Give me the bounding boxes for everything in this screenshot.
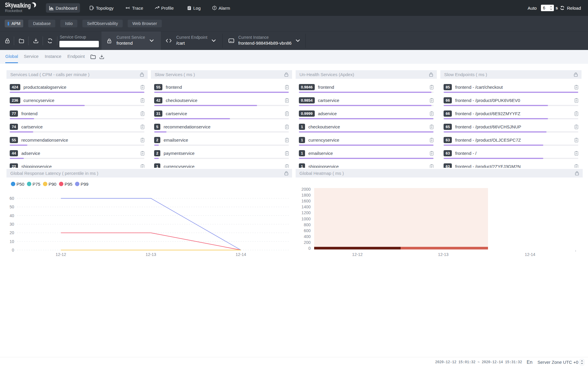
svg-text:1400: 1400 (302, 205, 311, 209)
svg-text:12-14: 12-14 (236, 252, 246, 257)
svg-text:20: 20 (9, 230, 14, 235)
svg-text:1800: 1800 (302, 193, 311, 197)
svg-text:40: 40 (9, 213, 14, 218)
svg-text:P75: P75 (33, 182, 41, 187)
svg-text:1600: 1600 (302, 199, 311, 203)
svg-text:0: 0 (12, 248, 14, 252)
svg-text:1200: 1200 (302, 210, 311, 215)
svg-text:12-14: 12-14 (525, 252, 535, 257)
svg-text:P90: P90 (49, 182, 56, 187)
svg-text:12-12: 12-12 (352, 252, 363, 257)
svg-text:60: 60 (9, 196, 14, 201)
svg-text:P95: P95 (65, 182, 73, 187)
svg-text:1000: 1000 (302, 217, 311, 221)
svg-text:200: 200 (304, 240, 311, 245)
svg-text:12-13: 12-13 (146, 252, 156, 257)
svg-text:600: 600 (304, 228, 311, 233)
svg-text:2000: 2000 (302, 187, 311, 192)
svg-text:12-13: 12-13 (438, 252, 449, 257)
svg-text:P99: P99 (81, 182, 89, 187)
svg-text:400: 400 (304, 234, 311, 239)
svg-text:P50: P50 (16, 182, 24, 187)
svg-text:0: 0 (308, 246, 311, 251)
svg-text:10: 10 (9, 239, 14, 244)
svg-text:800: 800 (304, 222, 311, 227)
svg-text:30: 30 (9, 222, 14, 227)
svg-text:50: 50 (9, 205, 14, 209)
svg-text:12-12: 12-12 (56, 252, 66, 257)
